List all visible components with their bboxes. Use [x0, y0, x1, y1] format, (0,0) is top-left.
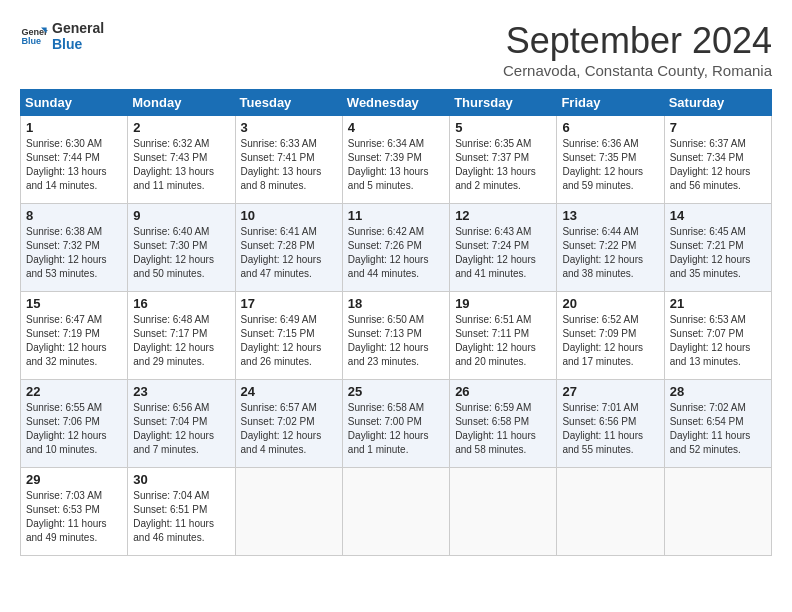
calendar-day: 29Sunrise: 7:03 AMSunset: 6:53 PMDayligh… — [21, 468, 128, 556]
day-info: Sunrise: 6:53 AMSunset: 7:07 PMDaylight:… — [670, 313, 766, 369]
calendar-day: 14Sunrise: 6:45 AMSunset: 7:21 PMDayligh… — [664, 204, 771, 292]
title-block: September 2024 Cernavoda, Constanta Coun… — [503, 20, 772, 79]
day-number: 5 — [455, 120, 551, 135]
day-info: Sunrise: 6:44 AMSunset: 7:22 PMDaylight:… — [562, 225, 658, 281]
day-number: 21 — [670, 296, 766, 311]
logo-line1: General — [52, 20, 104, 36]
calendar-table: SundayMondayTuesdayWednesdayThursdayFrid… — [20, 89, 772, 556]
day-number: 26 — [455, 384, 551, 399]
calendar-day: 10Sunrise: 6:41 AMSunset: 7:28 PMDayligh… — [235, 204, 342, 292]
day-number: 7 — [670, 120, 766, 135]
day-number: 22 — [26, 384, 122, 399]
calendar-day: 16Sunrise: 6:48 AMSunset: 7:17 PMDayligh… — [128, 292, 235, 380]
header-tuesday: Tuesday — [235, 90, 342, 116]
day-info: Sunrise: 7:01 AMSunset: 6:56 PMDaylight:… — [562, 401, 658, 457]
calendar-day: 9Sunrise: 6:40 AMSunset: 7:30 PMDaylight… — [128, 204, 235, 292]
day-info: Sunrise: 6:50 AMSunset: 7:13 PMDaylight:… — [348, 313, 444, 369]
day-info: Sunrise: 6:58 AMSunset: 7:00 PMDaylight:… — [348, 401, 444, 457]
svg-text:Blue: Blue — [21, 36, 41, 46]
day-info: Sunrise: 6:56 AMSunset: 7:04 PMDaylight:… — [133, 401, 229, 457]
day-info: Sunrise: 6:36 AMSunset: 7:35 PMDaylight:… — [562, 137, 658, 193]
calendar-day: 8Sunrise: 6:38 AMSunset: 7:32 PMDaylight… — [21, 204, 128, 292]
calendar-day: 3Sunrise: 6:33 AMSunset: 7:41 PMDaylight… — [235, 116, 342, 204]
day-number: 28 — [670, 384, 766, 399]
day-number: 4 — [348, 120, 444, 135]
header-wednesday: Wednesday — [342, 90, 449, 116]
calendar-day: 4Sunrise: 6:34 AMSunset: 7:39 PMDaylight… — [342, 116, 449, 204]
day-number: 12 — [455, 208, 551, 223]
calendar-day: 27Sunrise: 7:01 AMSunset: 6:56 PMDayligh… — [557, 380, 664, 468]
logo: General Blue General Blue — [20, 20, 104, 52]
calendar-day — [450, 468, 557, 556]
day-info: Sunrise: 6:48 AMSunset: 7:17 PMDaylight:… — [133, 313, 229, 369]
calendar-week-3: 15Sunrise: 6:47 AMSunset: 7:19 PMDayligh… — [21, 292, 772, 380]
day-info: Sunrise: 6:35 AMSunset: 7:37 PMDaylight:… — [455, 137, 551, 193]
day-info: Sunrise: 6:40 AMSunset: 7:30 PMDaylight:… — [133, 225, 229, 281]
calendar-day: 13Sunrise: 6:44 AMSunset: 7:22 PMDayligh… — [557, 204, 664, 292]
calendar-day: 20Sunrise: 6:52 AMSunset: 7:09 PMDayligh… — [557, 292, 664, 380]
calendar-day: 12Sunrise: 6:43 AMSunset: 7:24 PMDayligh… — [450, 204, 557, 292]
calendar-day — [664, 468, 771, 556]
day-number: 23 — [133, 384, 229, 399]
calendar-day: 2Sunrise: 6:32 AMSunset: 7:43 PMDaylight… — [128, 116, 235, 204]
day-number: 16 — [133, 296, 229, 311]
day-info: Sunrise: 6:41 AMSunset: 7:28 PMDaylight:… — [241, 225, 337, 281]
day-info: Sunrise: 6:51 AMSunset: 7:11 PMDaylight:… — [455, 313, 551, 369]
calendar-week-2: 8Sunrise: 6:38 AMSunset: 7:32 PMDaylight… — [21, 204, 772, 292]
day-info: Sunrise: 6:43 AMSunset: 7:24 PMDaylight:… — [455, 225, 551, 281]
day-number: 13 — [562, 208, 658, 223]
day-number: 1 — [26, 120, 122, 135]
day-number: 8 — [26, 208, 122, 223]
day-info: Sunrise: 6:49 AMSunset: 7:15 PMDaylight:… — [241, 313, 337, 369]
day-info: Sunrise: 6:52 AMSunset: 7:09 PMDaylight:… — [562, 313, 658, 369]
calendar-day: 21Sunrise: 6:53 AMSunset: 7:07 PMDayligh… — [664, 292, 771, 380]
calendar-day: 25Sunrise: 6:58 AMSunset: 7:00 PMDayligh… — [342, 380, 449, 468]
header-friday: Friday — [557, 90, 664, 116]
calendar-week-5: 29Sunrise: 7:03 AMSunset: 6:53 PMDayligh… — [21, 468, 772, 556]
day-info: Sunrise: 7:02 AMSunset: 6:54 PMDaylight:… — [670, 401, 766, 457]
day-number: 19 — [455, 296, 551, 311]
day-info: Sunrise: 6:57 AMSunset: 7:02 PMDaylight:… — [241, 401, 337, 457]
day-info: Sunrise: 6:32 AMSunset: 7:43 PMDaylight:… — [133, 137, 229, 193]
calendar-day: 6Sunrise: 6:36 AMSunset: 7:35 PMDaylight… — [557, 116, 664, 204]
day-number: 25 — [348, 384, 444, 399]
header-monday: Monday — [128, 90, 235, 116]
calendar-header-row: SundayMondayTuesdayWednesdayThursdayFrid… — [21, 90, 772, 116]
day-info: Sunrise: 7:03 AMSunset: 6:53 PMDaylight:… — [26, 489, 122, 545]
calendar-day: 30Sunrise: 7:04 AMSunset: 6:51 PMDayligh… — [128, 468, 235, 556]
calendar-day: 5Sunrise: 6:35 AMSunset: 7:37 PMDaylight… — [450, 116, 557, 204]
calendar-day: 28Sunrise: 7:02 AMSunset: 6:54 PMDayligh… — [664, 380, 771, 468]
day-number: 11 — [348, 208, 444, 223]
day-number: 14 — [670, 208, 766, 223]
day-info: Sunrise: 6:42 AMSunset: 7:26 PMDaylight:… — [348, 225, 444, 281]
calendar-day: 18Sunrise: 6:50 AMSunset: 7:13 PMDayligh… — [342, 292, 449, 380]
calendar-day — [557, 468, 664, 556]
calendar-day — [235, 468, 342, 556]
location-subtitle: Cernavoda, Constanta County, Romania — [503, 62, 772, 79]
logo-line2: Blue — [52, 36, 104, 52]
calendar-day: 17Sunrise: 6:49 AMSunset: 7:15 PMDayligh… — [235, 292, 342, 380]
day-info: Sunrise: 7:04 AMSunset: 6:51 PMDaylight:… — [133, 489, 229, 545]
day-info: Sunrise: 6:30 AMSunset: 7:44 PMDaylight:… — [26, 137, 122, 193]
day-number: 30 — [133, 472, 229, 487]
calendar-day: 23Sunrise: 6:56 AMSunset: 7:04 PMDayligh… — [128, 380, 235, 468]
calendar-week-4: 22Sunrise: 6:55 AMSunset: 7:06 PMDayligh… — [21, 380, 772, 468]
calendar-day: 1Sunrise: 6:30 AMSunset: 7:44 PMDaylight… — [21, 116, 128, 204]
day-number: 29 — [26, 472, 122, 487]
day-info: Sunrise: 6:59 AMSunset: 6:58 PMDaylight:… — [455, 401, 551, 457]
day-number: 20 — [562, 296, 658, 311]
day-number: 15 — [26, 296, 122, 311]
logo-icon: General Blue — [20, 22, 48, 50]
day-info: Sunrise: 6:34 AMSunset: 7:39 PMDaylight:… — [348, 137, 444, 193]
calendar-day: 11Sunrise: 6:42 AMSunset: 7:26 PMDayligh… — [342, 204, 449, 292]
day-number: 3 — [241, 120, 337, 135]
day-number: 27 — [562, 384, 658, 399]
header-sunday: Sunday — [21, 90, 128, 116]
day-number: 6 — [562, 120, 658, 135]
day-info: Sunrise: 6:37 AMSunset: 7:34 PMDaylight:… — [670, 137, 766, 193]
day-info: Sunrise: 6:33 AMSunset: 7:41 PMDaylight:… — [241, 137, 337, 193]
month-title: September 2024 — [503, 20, 772, 62]
calendar-day: 15Sunrise: 6:47 AMSunset: 7:19 PMDayligh… — [21, 292, 128, 380]
day-number: 2 — [133, 120, 229, 135]
calendar-day: 26Sunrise: 6:59 AMSunset: 6:58 PMDayligh… — [450, 380, 557, 468]
